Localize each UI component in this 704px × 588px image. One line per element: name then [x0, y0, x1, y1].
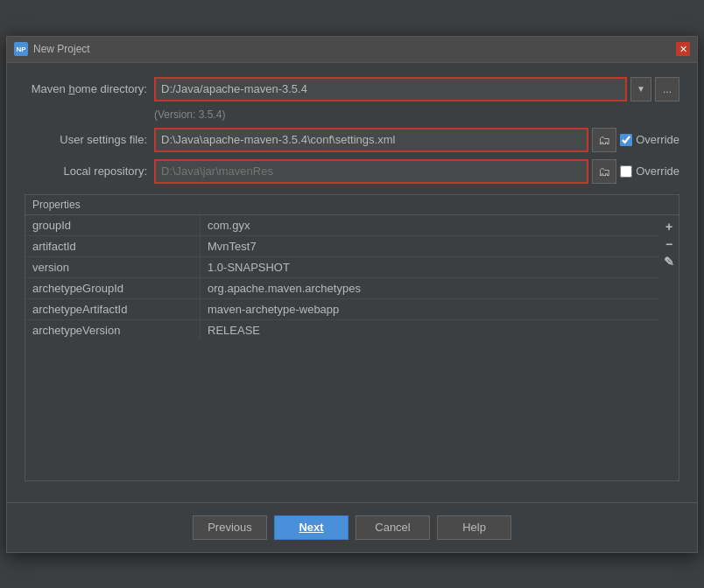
- local-repo-browse[interactable]: 🗂: [592, 159, 616, 184]
- prop-value-1: MvnTest7: [201, 236, 659, 256]
- table-row[interactable]: archetypeVersion RELEASE: [25, 320, 659, 340]
- prop-key-1: artifactId: [25, 236, 201, 256]
- override-checkbox-1-label[interactable]: Override: [620, 133, 679, 146]
- cancel-button[interactable]: Cancel: [356, 515, 430, 540]
- next-button[interactable]: Next: [274, 515, 348, 540]
- maven-home-label: Maven home directory:: [25, 82, 147, 95]
- folder-icon: 🗂: [598, 133, 610, 147]
- remove-property-button[interactable]: −: [661, 236, 677, 252]
- close-button[interactable]: ✕: [676, 42, 690, 56]
- properties-container: groupId com.gyx artifactId MvnTest7 vers…: [25, 215, 679, 340]
- maven-home-input[interactable]: [154, 77, 627, 102]
- content-area: Maven home directory: ▼ ... (Version: 3.…: [7, 63, 697, 495]
- window-icon: NP: [14, 42, 28, 56]
- prop-value-2: 1.0-SNAPSHOT: [201, 257, 659, 277]
- table-row[interactable]: archetypeArtifactId maven-archetype-weba…: [25, 299, 659, 320]
- new-project-window: NP New Project ✕ Maven home directory: ▼…: [6, 36, 698, 553]
- properties-table: groupId com.gyx artifactId MvnTest7 vers…: [25, 215, 659, 340]
- previous-button[interactable]: Previous: [193, 515, 267, 540]
- footer: Previous Next Cancel Help: [7, 502, 697, 552]
- window-title: New Project: [33, 43, 676, 55]
- table-row[interactable]: archetypeGroupId org.apache.maven.archet…: [25, 278, 659, 299]
- user-settings-input[interactable]: [154, 128, 588, 152]
- properties-sidebar: + − ✎: [659, 215, 679, 340]
- maven-home-browse[interactable]: ...: [655, 77, 679, 102]
- user-settings-row: User settings file: 🗂 Override: [25, 128, 679, 152]
- local-repo-row: Local repository: 🗂 Override: [25, 159, 679, 184]
- properties-table-wrapper: groupId com.gyx artifactId MvnTest7 vers…: [25, 215, 659, 340]
- edit-property-button[interactable]: ✎: [661, 254, 677, 270]
- prop-value-4: maven-archetype-webapp: [201, 299, 659, 319]
- local-repo-label: Local repository:: [25, 164, 147, 178]
- user-settings-input-group: 🗂 Override: [154, 128, 679, 152]
- properties-section: Properties groupId com.gyx artifactId Mv…: [25, 194, 679, 481]
- prop-key-4: archetypeArtifactId: [25, 299, 201, 319]
- version-text: (Version: 3.5.4): [154, 108, 679, 121]
- prop-key-3: archetypeGroupId: [25, 278, 201, 298]
- maven-home-input-group: ▼ ...: [154, 77, 679, 102]
- local-repo-input-group: 🗂 Override: [154, 159, 679, 184]
- prop-value-3: org.apache.maven.archetypes: [201, 278, 659, 298]
- user-settings-browse[interactable]: 🗂: [592, 128, 616, 152]
- prop-key-5: archetypeVersion: [25, 320, 201, 340]
- prop-key-2: version: [25, 257, 201, 277]
- override-checkbox-1[interactable]: [620, 134, 632, 146]
- prop-value-0: com.gyx: [201, 215, 659, 235]
- prop-value-5: RELEASE: [201, 320, 659, 340]
- local-repo-input[interactable]: [154, 159, 588, 184]
- titlebar: NP New Project ✕: [7, 37, 697, 63]
- table-row[interactable]: version 1.0-SNAPSHOT: [25, 257, 659, 278]
- help-button[interactable]: Help: [437, 515, 511, 540]
- table-row[interactable]: artifactId MvnTest7: [25, 236, 659, 257]
- override-checkbox-2[interactable]: [620, 165, 632, 178]
- prop-key-0: groupId: [25, 215, 201, 235]
- maven-home-dropdown[interactable]: ▼: [630, 77, 651, 102]
- add-property-button[interactable]: +: [661, 219, 677, 234]
- maven-home-row: Maven home directory: ▼ ...: [25, 77, 679, 102]
- override-checkbox-2-label[interactable]: Override: [620, 164, 679, 178]
- table-row[interactable]: groupId com.gyx: [25, 215, 659, 236]
- properties-empty-area: [25, 340, 679, 480]
- folder-icon-2: 🗂: [598, 164, 610, 178]
- properties-header: Properties: [25, 195, 679, 215]
- user-settings-label: User settings file:: [25, 133, 147, 146]
